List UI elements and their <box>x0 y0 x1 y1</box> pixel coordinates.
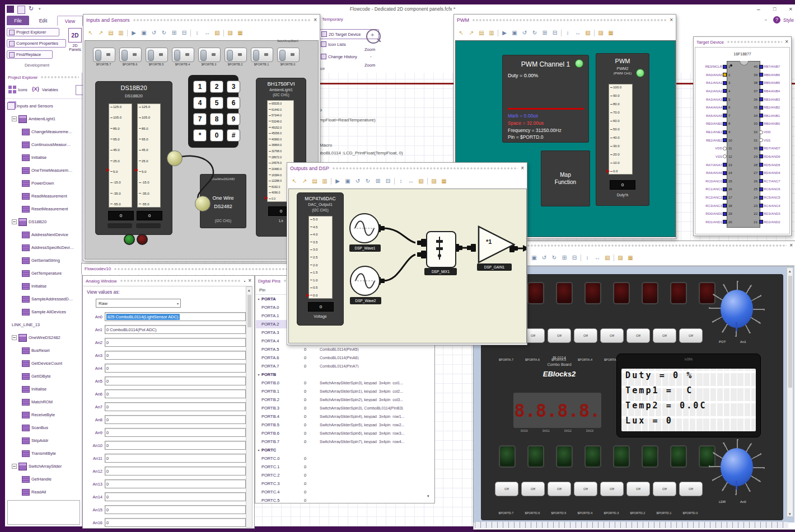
outputs-dsp-titlebar[interactable]: Outputs and DSP × <box>287 163 527 174</box>
toolbar-icon[interactable]: ▥ <box>488 29 495 37</box>
board-hscrollbar[interactable] <box>475 522 788 528</box>
pin-indicator[interactable] <box>759 97 763 101</box>
pin-indicator[interactable] <box>723 106 727 110</box>
toolbar-icon[interactable]: ▧ <box>417 177 425 185</box>
chip-pin[interactable]: RD1/AND1 20 <box>696 219 736 225</box>
pin-indicator[interactable] <box>723 204 727 208</box>
toolbar-icon[interactable]: ▧ <box>213 29 221 37</box>
pin-indicator[interactable] <box>759 163 763 167</box>
close-icon[interactable]: × <box>521 166 524 171</box>
chip-pin[interactable]: RC2/ANC2 17 <box>696 194 736 201</box>
zoom-label-1[interactable]: Zoom <box>364 47 375 52</box>
port-switch[interactable]: Off $PORTD.2 <box>626 482 649 512</box>
pin-indicator[interactable] <box>723 163 727 167</box>
analog-value-field[interactable]: 0 <box>105 402 246 411</box>
chip-pin[interactable]: 30 RD7/AND7 <box>750 145 789 152</box>
digital-pin-row[interactable]: PORTB.3 0 SwitchArraySliderSpin3), Combo… <box>256 404 433 412</box>
analog-row[interactable]: An5 0 <box>85 376 246 385</box>
tree-item[interactable]: OneTimeMeasurem… <box>5 164 82 177</box>
pin-indicator[interactable] <box>723 171 727 175</box>
tree-item[interactable]: GetIDByte <box>5 370 82 383</box>
zoom-icon[interactable]: + <box>366 29 381 44</box>
tree-item[interactable]: PowerDown <box>5 177 82 190</box>
chip-pin[interactable]: RA2/ANA2 4 <box>696 88 736 95</box>
toolbar-icon[interactable]: ▧ <box>584 29 592 37</box>
pin-indicator[interactable] <box>759 171 763 175</box>
tree-item[interactable]: OneWireDS2482 <box>5 331 82 344</box>
toolbar-icon[interactable]: ▦ <box>440 177 448 185</box>
port-switch[interactable]: Off $PORTD.0 <box>679 482 702 512</box>
chip-pin[interactable]: 29 RD6/AND6 <box>750 153 789 160</box>
off-button[interactable]: Off <box>679 482 703 496</box>
toolbar-icon[interactable] <box>331 178 331 185</box>
chip-pin[interactable]: RA1/ANA1 3 <box>696 79 736 86</box>
scrollbar-thumb[interactable] <box>788 276 792 388</box>
chip-pin[interactable]: 37 RB4/ANB4 <box>750 88 789 95</box>
toolbar-icon[interactable]: ⊞ <box>541 29 549 37</box>
variables-label[interactable]: Variables <box>42 88 58 92</box>
off-button[interactable]: Off <box>548 328 571 343</box>
dsp-wave2-label[interactable]: DSP_Wave2 <box>350 297 381 304</box>
analog-row[interactable]: An3 0 <box>85 351 246 360</box>
analog-value-field[interactable]: 0 <box>105 505 246 514</box>
scrollbar-thumb[interactable] <box>247 295 251 327</box>
toolbar-icon[interactable]: ▣ <box>530 254 538 262</box>
toolbar-icon[interactable]: ▣ <box>511 29 518 37</box>
analog-value-field[interactable]: 825 ComboBL0114(LightSensor ADC) <box>105 312 246 321</box>
off-button[interactable]: Off <box>521 482 545 496</box>
digital-pin-row[interactable]: PORTC.3 0 <box>256 479 433 488</box>
digital-pin-row[interactable]: PORTC.2 0 <box>256 471 433 479</box>
analog-value-field[interactable]: 0 <box>105 428 246 437</box>
chip-pin[interactable]: 36 RB3/ANB3 <box>750 96 789 103</box>
chip-pin[interactable]: RE2/ANE2 10 <box>696 137 736 144</box>
chip-pin[interactable]: 24 RC5/ANC5 <box>750 194 789 201</box>
chip-pin[interactable]: RA3/ANA3 5 <box>696 96 736 103</box>
chip-pin[interactable]: RE3/MCLR 1 <box>696 63 736 70</box>
toolbar-icon[interactable] <box>498 30 498 36</box>
tree-item[interactable]: AddressSpecificDevi… <box>5 241 82 254</box>
close-icon[interactable]: × <box>670 17 673 23</box>
digital-pin-row[interactable]: PORTB.5 0 SwitchArraySliderSpin5), keypa… <box>256 421 433 429</box>
tree-expander-icon[interactable] <box>12 335 17 340</box>
pin-indicator[interactable] <box>759 138 763 142</box>
tree-item[interactable]: ScanBus <box>5 421 82 434</box>
off-button[interactable]: Off <box>679 328 703 343</box>
tab-file[interactable]: File <box>7 16 29 25</box>
pin-indicator[interactable] <box>759 220 763 224</box>
close-icon[interactable]: × <box>789 243 793 248</box>
pin-indicator[interactable] <box>759 196 763 200</box>
toolbar-icon[interactable]: ▧ <box>604 254 611 262</box>
pin-indicator[interactable] <box>723 212 727 216</box>
pin-indicator[interactable] <box>759 122 763 126</box>
toolbar-icon[interactable]: ↻ <box>531 29 539 37</box>
dsp-wave2-icon[interactable] <box>350 266 380 296</box>
toolbar-icon[interactable]: ⊟ <box>570 254 578 262</box>
digital-pin-row[interactable]: PORTC.0 0 <box>256 454 433 463</box>
digital-pin-row[interactable]: PORTC.1 0 <box>256 463 433 471</box>
tree-item[interactable]: ReadMeasurement <box>5 190 82 203</box>
tree-item[interactable]: GetHandle <box>5 473 82 486</box>
toolbar-icon[interactable]: ↖ <box>87 29 95 37</box>
pin-indicator[interactable] <box>759 130 763 134</box>
connection-node[interactable] <box>195 196 211 211</box>
analog-row[interactable]: An10 0 <box>85 441 246 450</box>
toolbar-icon[interactable]: ↻ <box>364 177 372 185</box>
tree-item[interactable]: Inputs and Sensors <box>5 100 82 112</box>
tree-item[interactable]: SkipAddr <box>5 434 82 447</box>
pin-indicator[interactable] <box>723 81 727 85</box>
chip-pin[interactable]: 23 RC4/ANC4 <box>750 203 789 209</box>
toolbar-icon[interactable]: ↕ <box>397 177 405 185</box>
chip-pin[interactable]: 25 RC6/ANC6 <box>750 186 789 192</box>
toolbar-icon[interactable]: ▨ <box>597 29 605 37</box>
analog-row[interactable]: An15 0 <box>85 505 246 514</box>
analog-value-field[interactable]: 0 <box>105 376 246 385</box>
toolbar-icon[interactable]: ▤ <box>311 177 319 185</box>
ribbon-collapse-chevron[interactable]: ^ <box>765 18 767 23</box>
toolbar-icon[interactable]: ↻ <box>550 254 558 262</box>
tree-item[interactable]: ResetMeasurement <box>5 203 82 215</box>
tree-item[interactable]: ContinuousMeasur… <box>5 138 82 151</box>
chip-pin[interactable]: RE1/ANE1 9 <box>696 129 736 135</box>
toolbar-icon[interactable] <box>427 178 428 185</box>
toolbar-icon[interactable]: ▣ <box>140 29 148 37</box>
toolbar-icon[interactable]: ▨ <box>226 29 234 37</box>
